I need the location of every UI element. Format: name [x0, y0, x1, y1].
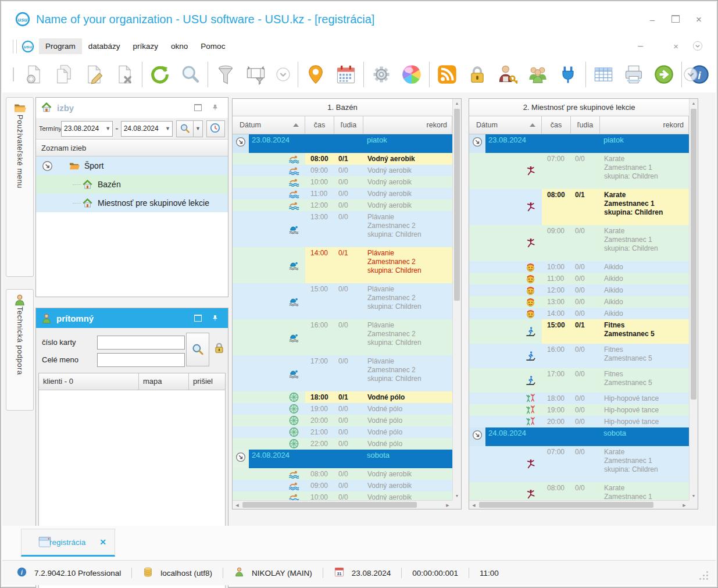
clients-column-header[interactable]: klienti - 0	[39, 373, 139, 390]
toolbar-drag-handle[interactable]	[13, 67, 14, 81]
side-tab-tech-support[interactable]: Technická podpora	[6, 289, 34, 411]
toolbar-button-rss[interactable]	[432, 59, 462, 90]
schedule-row[interactable]: 19:000/0Hip-hopové tance	[469, 404, 689, 416]
search-options-dropdown[interactable]: ▼	[194, 120, 202, 137]
schedule-row[interactable]: 07:000/0KarateZamestnanec 1skupina: Chil…	[469, 446, 689, 482]
toolbar-button-doc-edit[interactable]	[79, 59, 109, 90]
arrived-column-header[interactable]: prišiel	[189, 373, 225, 390]
schedule-row[interactable]: 15:000/1FitnesZamestnanec 5	[469, 319, 689, 344]
menu-item-okno[interactable]: okno	[165, 38, 194, 54]
column-header-d[interactable]: Dátum	[469, 116, 542, 134]
column-header-r[interactable]: rekord	[600, 116, 689, 134]
tab-close-icon[interactable]: ✕	[99, 537, 106, 547]
toolbar-button-palette[interactable]	[396, 59, 427, 90]
date-group-row[interactable]: 24.08.2024sobota	[469, 427, 689, 446]
panel-pin-button[interactable]	[212, 313, 223, 323]
toolbar-button-doc-new[interactable]	[19, 59, 49, 90]
tab-registracia[interactable]: registrácia ✕	[21, 529, 115, 557]
panel-pin-button[interactable]	[212, 103, 223, 112]
menu-drag-handle[interactable]	[13, 40, 17, 54]
column-header-t[interactable]: čas	[542, 116, 571, 134]
scrollbar-thumb[interactable]	[242, 502, 417, 508]
date-to-combo[interactable]: 24.08.2024▼	[121, 121, 173, 137]
search-rooms-button[interactable]	[176, 120, 194, 137]
schedule-row[interactable]: 09:000/0Vodný aerobik	[233, 480, 452, 491]
schedule-row[interactable]: 15:000/0PlávanieZamestnanec 2skupina: Ch…	[233, 283, 452, 319]
card-number-input[interactable]	[97, 336, 185, 350]
menu-item-program[interactable]: Program	[39, 38, 82, 54]
schedule-row[interactable]: 17:000/0PlávanieZamestnanec 2skupina: Ch…	[233, 355, 452, 391]
full-name-input[interactable]	[97, 353, 185, 367]
toolbar-button-gear[interactable]	[366, 59, 396, 90]
schedule-row[interactable]: 18:000/0Hip-hopové tance	[469, 393, 689, 404]
expand-icon[interactable]	[42, 161, 52, 171]
schedule-row[interactable]: 07:000/0KarateZamestnanec 1skupina: Chil…	[469, 153, 689, 189]
side-tab-user-menu[interactable]: Používateľské menu	[6, 97, 34, 277]
lock-icon[interactable]	[213, 341, 226, 354]
schedule-row[interactable]: 18:000/1Vodné pólo	[233, 391, 452, 403]
panel-maximize-button[interactable]	[192, 313, 203, 323]
panel-maximize-button[interactable]	[192, 103, 203, 112]
expand-icon[interactable]	[472, 137, 483, 147]
column-header-r[interactable]: rekord	[363, 116, 452, 134]
maximize-button[interactable]	[670, 15, 681, 24]
scrollbar-thumb[interactable]	[691, 109, 696, 400]
scrollbar-thumb[interactable]	[454, 109, 460, 301]
toolbar-button-grid[interactable]	[588, 59, 619, 90]
toolbar-button-location[interactable]	[301, 59, 331, 90]
toolbar-button-calendar[interactable]	[331, 59, 361, 90]
schedule-row[interactable]: 16:000/0FitnesZamestnanec 5	[469, 344, 689, 368]
date-group-row[interactable]: 24.08.2024sobota	[233, 450, 452, 468]
toolbar-button-printer[interactable]	[619, 59, 649, 90]
schedule-row[interactable]: 08:000/1KarateZamestnanec 1skupina: Chil…	[469, 189, 689, 225]
schedule-row[interactable]: 09:000/0KarateZamestnanec 1skupina: Chil…	[469, 225, 689, 261]
date-from-combo[interactable]: 23.08.2024▼	[61, 121, 113, 137]
schedule-row[interactable]: 10:000/0Vodný aerobik	[233, 491, 452, 500]
schedule-row[interactable]: 20:000/0Hip-hopové tance	[469, 416, 689, 427]
mdi-minimize-button[interactable]: –	[638, 41, 643, 51]
schedule-row[interactable]: 11:000/0Aikido	[469, 273, 689, 284]
toolbar-button-filter-panel[interactable]	[241, 59, 271, 90]
horizontal-scrollbar[interactable]: ◀▶	[233, 500, 452, 509]
tree-node-room[interactable]: Miestnosť pre skupinové lekcie	[36, 194, 228, 212]
toolbar-button-users[interactable]	[523, 59, 553, 90]
toolbar-button-refresh[interactable]	[145, 59, 175, 90]
schedule-row[interactable]: 11:000/0Vodný aerobik	[233, 188, 452, 199]
schedule-row[interactable]: 21:000/0Vodné pólo	[233, 426, 452, 438]
schedule-row[interactable]: 19:000/0Vodné pólo	[233, 403, 452, 415]
menu-item-príkazy[interactable]: príkazy	[127, 38, 165, 54]
toolbar-button-filter[interactable]	[210, 59, 241, 90]
map-column-header[interactable]: mapa	[139, 373, 189, 390]
schedule-row[interactable]: 10:000/0Vodný aerobik	[233, 176, 452, 188]
schedule-row[interactable]: 14:000/1PlávanieZamestnanec 2skupina: Ch…	[233, 247, 452, 283]
schedule-row[interactable]: 22:000/0Vodné pólo	[233, 438, 452, 450]
resize-grip[interactable]	[698, 570, 708, 579]
schedule-row[interactable]: 12:000/0Vodný aerobik	[233, 199, 452, 211]
toolbar-button-doc-copy[interactable]	[49, 59, 79, 90]
window-list-chevron-icon[interactable]	[692, 41, 703, 51]
tree-node-room[interactable]: Bazén	[36, 175, 228, 194]
mdi-close-button[interactable]: ×	[673, 41, 678, 51]
expand-icon[interactable]	[235, 137, 246, 147]
schedule-row[interactable]: 14:000/0Aikido	[469, 308, 689, 319]
schedule-row[interactable]: 09:000/0Vodný aerobik	[233, 165, 452, 176]
schedule-row[interactable]: 20:000/0Vodné pólo	[233, 415, 452, 426]
vertical-scrollbar[interactable]: ▲▼	[452, 99, 461, 500]
minimize-button[interactable]: –	[647, 15, 658, 24]
toolbar-more-chevron-icon[interactable]	[276, 67, 291, 82]
column-header-t[interactable]: čas	[305, 116, 334, 134]
column-header-d[interactable]: Dátum	[233, 116, 305, 134]
schedule-row[interactable]: 13:000/0Aikido	[469, 296, 689, 308]
schedule-row[interactable]: 08:000/1Vodný aerobik	[233, 153, 452, 165]
vertical-scrollbar[interactable]: ▲▼	[689, 99, 698, 500]
client-search-button[interactable]	[186, 333, 209, 366]
time-button[interactable]	[206, 120, 225, 137]
schedule-row[interactable]: 10:000/0Aikido	[469, 261, 689, 273]
column-header-p[interactable]: ľudia	[571, 116, 600, 134]
toolbar-button-plug[interactable]	[553, 59, 583, 90]
toolbar-button-lock[interactable]	[462, 59, 492, 90]
date-group-row[interactable]: 23.08.2024piatok	[233, 134, 452, 153]
horizontal-scrollbar[interactable]: ◀▶	[469, 500, 689, 509]
toolbar-button-user-key[interactable]	[492, 59, 523, 90]
toolbar-button-go[interactable]	[649, 59, 679, 90]
